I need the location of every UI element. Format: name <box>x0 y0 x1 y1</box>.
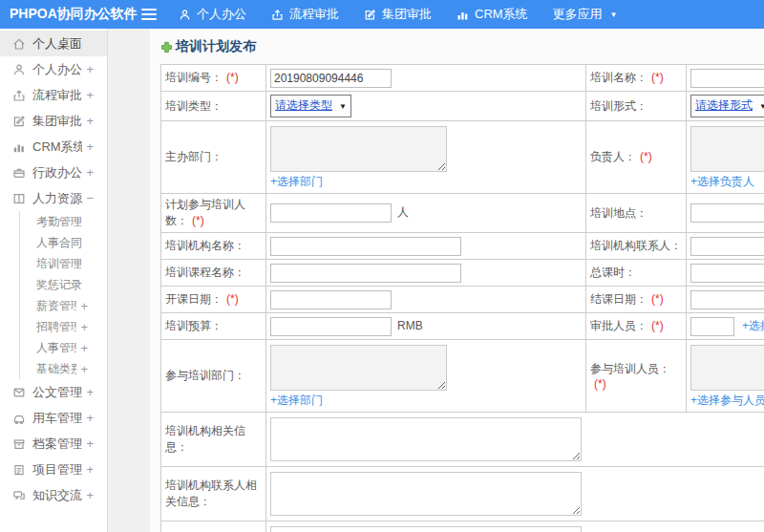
form-row: 培训机构名称： 培训机构联系人： <box>161 233 764 260</box>
main-content: 培训计划发布 培训编号：(*) 培训名称：(*) 培训类型： 请选择类型▼ 培训… <box>108 29 764 532</box>
approve-icon <box>12 115 27 128</box>
join-user-textarea[interactable] <box>690 345 764 391</box>
add-plus-icon <box>160 41 173 53</box>
sidebar-subitem-salary[interactable]: 薪资管理 + <box>20 295 107 316</box>
end-date-label: 结课日期： <box>590 292 647 306</box>
sidebar-subitem-personnel[interactable]: 人事管理 + <box>20 337 107 358</box>
sidebar-subitem-recruiting[interactable]: 招聘管理 + <box>20 316 107 337</box>
topbar-item-workflow-approval[interactable]: 流程审批 <box>271 6 339 23</box>
org-contact-info-textarea[interactable] <box>270 472 582 516</box>
sidebar-subitem-hr-contract[interactable]: 人事合同 <box>20 232 107 253</box>
form-panel: 培训计划发布 培训编号：(*) 培训名称：(*) 培训类型： 请选择类型▼ 培训… <box>150 29 764 532</box>
sidebar-subitem-base-category[interactable]: 基础类别设置 + <box>20 358 107 379</box>
topbar-item-crm[interactable]: CRM系统 <box>456 6 528 23</box>
select-caret-icon: ▼ <box>339 102 347 111</box>
approver-label: 审批人员： <box>590 319 647 332</box>
org-contact-label: 培训机构联系人： <box>590 239 682 252</box>
host-dept-textarea[interactable] <box>270 126 447 172</box>
sidebar-subitem-rewards[interactable]: 奖惩记录 <box>20 274 107 295</box>
form-row: 培训类型： 请选择类型▼ 培训形式： 请选择形式▼ <box>161 92 764 121</box>
process-icon <box>12 89 27 102</box>
required-mark: (*) <box>226 71 239 84</box>
org-info-textarea[interactable] <box>270 417 582 461</box>
sidebar-item-personal-office[interactable]: 个人办公 + <box>0 56 107 82</box>
hamburger-menu-icon[interactable] <box>137 9 161 20</box>
total-hours-label: 总课时： <box>590 266 636 279</box>
required-mark: (*) <box>640 150 652 163</box>
topbar: PHPOA协同办公软件 个人办公 流程审批 集团审批 CRM系统 更多应用 ▼ <box>0 0 764 29</box>
topbar-item-personal-office[interactable]: 个人办公 <box>179 6 246 23</box>
start-date-label: 开课日期： <box>165 292 223 306</box>
form-row: 参与培训部门： +选择部门 参与培训人员：(*) +选择参与人员 <box>161 340 764 413</box>
training-no-label: 培训编号： <box>165 71 223 84</box>
join-user-label: 参与培训人员： <box>590 362 670 375</box>
training-no-input[interactable] <box>270 69 392 88</box>
requirements-textarea[interactable] <box>270 526 582 532</box>
select-join-dept-link[interactable]: +选择部门 <box>270 394 323 407</box>
chart-icon <box>456 9 469 21</box>
join-dept-textarea[interactable] <box>270 345 447 391</box>
topbar-item-group-approval[interactable]: 集团审批 <box>364 6 432 23</box>
user-icon <box>179 9 191 21</box>
select-caret-icon: ▼ <box>759 102 764 111</box>
budget-unit-suffix: RMB <box>397 319 423 332</box>
form-row: 主办部门： +选择部门 负责人：(*) +选择负责人 <box>161 121 764 194</box>
form-row: 培训机构联系人相关信息： <box>161 467 764 521</box>
sidebar-item-knowledge[interactable]: 知识交流 + <box>0 482 107 508</box>
planned-count-input[interactable] <box>270 203 392 223</box>
car-icon <box>12 412 27 425</box>
page-title: 培训计划发布 <box>160 38 764 64</box>
sidebar-item-crm[interactable]: CRM系统 + <box>0 134 107 160</box>
form-row: 培训预算： RMB 审批人员：(*) +选择审批人员 <box>161 313 764 340</box>
training-type-label: 培训类型： <box>165 99 223 113</box>
select-leader-link[interactable]: +选择负责人 <box>690 175 754 188</box>
sidebar-item-group-approval[interactable]: 集团审批 + <box>0 108 107 134</box>
budget-input[interactable] <box>270 317 392 336</box>
course-name-input[interactable] <box>270 264 461 283</box>
sidebar-item-desktop[interactable]: 个人桌面 <box>0 31 107 56</box>
sidebar-subitem-training[interactable]: 培训管理 <box>20 253 107 274</box>
sidebar-hr-submenu: 考勤管理 人事合同 培训管理 奖惩记录 薪资管理 + 招聘管理 + 人事管理 +… <box>19 211 107 379</box>
document-icon <box>12 386 27 399</box>
chart-icon <box>12 140 27 154</box>
select-approver-link[interactable]: +选择审批人员 <box>742 319 764 332</box>
sidebar-item-projects[interactable]: 项目管理 + <box>0 457 107 482</box>
sidebar-item-vehicle[interactable]: 用车管理 + <box>0 405 107 431</box>
form-row: 计划参与培训人数：(*) 人 培训地点： <box>161 194 764 233</box>
required-mark: (*) <box>651 292 664 306</box>
training-mode-select[interactable]: 请选择形式▼ <box>690 95 764 117</box>
topbar-item-more-apps[interactable]: 更多应用 ▼ <box>553 6 618 23</box>
training-name-label: 培训名称： <box>590 71 647 84</box>
start-date-input[interactable] <box>270 290 392 309</box>
user-icon <box>12 63 27 76</box>
sidebar-subitem-attendance[interactable]: 考勤管理 <box>20 211 107 232</box>
sidebar-item-hr[interactable]: 人力资源 − <box>0 185 107 211</box>
join-dept-label: 参与培训部门： <box>165 369 245 382</box>
total-hours-input[interactable] <box>690 264 764 283</box>
clipboard-icon <box>12 463 27 477</box>
select-dept-link[interactable]: +选择部门 <box>270 175 323 188</box>
required-mark: (*) <box>226 292 239 306</box>
select-join-user-link[interactable]: +选择参与人员 <box>690 394 764 407</box>
org-name-input[interactable] <box>270 237 461 256</box>
required-mark: (*) <box>594 377 606 391</box>
form-row: 培训编号：(*) 培训名称：(*) <box>161 65 764 92</box>
sidebar-item-archives[interactable]: 档案管理 + <box>0 431 107 457</box>
leader-label: 负责人： <box>590 150 636 163</box>
leader-textarea[interactable] <box>690 126 764 172</box>
training-mode-label: 培训形式： <box>590 99 647 113</box>
app-logo: PHPOA协同办公软件 <box>0 6 137 23</box>
training-type-select[interactable]: 请选择类型▼ <box>270 95 351 117</box>
approve-icon <box>364 9 376 21</box>
course-name-label: 培训课程名称： <box>165 266 245 279</box>
location-input[interactable] <box>690 203 764 223</box>
end-date-input[interactable] <box>690 290 764 309</box>
approver-input[interactable] <box>690 317 734 336</box>
sidebar-item-workflow[interactable]: 流程审批 + <box>0 82 107 108</box>
org-contact-input[interactable] <box>690 237 764 256</box>
training-name-input[interactable] <box>690 69 764 88</box>
archive-icon <box>12 437 27 451</box>
sidebar-item-documents[interactable]: 公文管理 + <box>0 379 107 405</box>
form-row: 培训机构相关信息： <box>161 413 764 467</box>
sidebar-item-admin-office[interactable]: 行政办公 + <box>0 160 107 185</box>
